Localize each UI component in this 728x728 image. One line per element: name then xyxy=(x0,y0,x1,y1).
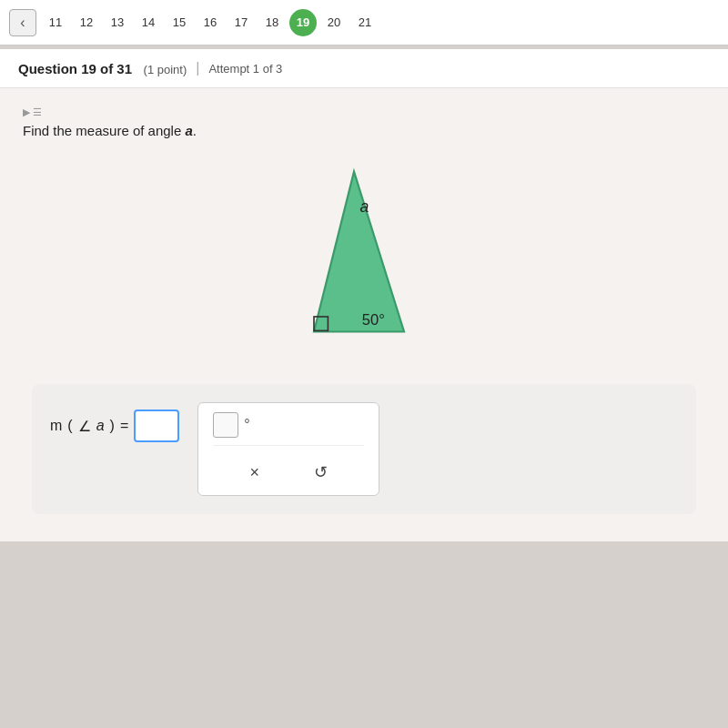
svg-marker-0 xyxy=(314,172,404,332)
back-button[interactable]: ‹ xyxy=(9,9,36,36)
nav-num-12[interactable]: 12 xyxy=(73,9,100,36)
nav-num-13[interactable]: 13 xyxy=(104,9,131,36)
instruction-suffix: . xyxy=(193,123,197,138)
measure-prefix: m xyxy=(50,418,62,434)
question-points-label: (1 point) xyxy=(144,63,187,76)
angle-symbol: ∠ xyxy=(78,418,91,435)
question-instruction: Find the measure of angle a. xyxy=(23,123,705,138)
answer-area: m(∠a) = ° × ↺ xyxy=(32,384,696,514)
degree-symbol: ° xyxy=(244,417,249,433)
question-content: ▶ ☰ Find the measure of angle a. a 50° m… xyxy=(0,88,728,541)
angle-50-label: 50° xyxy=(362,311,385,328)
equals-sign: = xyxy=(120,418,128,434)
question-numbers: 11 12 13 14 15 16 17 18 19 20 21 xyxy=(42,9,379,36)
keypad-container: ° × ↺ xyxy=(197,402,379,496)
nav-num-19[interactable]: 19 xyxy=(289,9,317,36)
measure-equation-label: m(∠a) = xyxy=(50,402,179,442)
paren-open: ( xyxy=(67,418,72,434)
instruction-var: a xyxy=(185,123,192,138)
angle-a-label: a xyxy=(360,197,369,216)
keypad-display-row: ° xyxy=(213,412,364,446)
nav-num-17[interactable]: 17 xyxy=(228,9,255,36)
question-number-label: Question 19 of 31 xyxy=(18,61,132,76)
answer-input[interactable] xyxy=(134,410,179,442)
instruction-prefix: Find the measure of angle xyxy=(23,123,185,138)
flag-icon: ▶ ☰ xyxy=(23,106,705,118)
nav-num-15[interactable]: 15 xyxy=(166,9,193,36)
keypad-undo-button[interactable]: ↺ xyxy=(305,459,337,486)
keypad-actions: × ↺ xyxy=(213,455,364,486)
question-header: Question 19 of 31 (1 point) | Attempt 1 … xyxy=(0,49,728,88)
nav-num-16[interactable]: 16 xyxy=(197,9,224,36)
nav-bar: ‹ 11 12 13 14 15 16 17 18 19 20 21 xyxy=(0,0,728,46)
nav-num-21[interactable]: 21 xyxy=(351,9,379,36)
header-divider: | xyxy=(196,60,199,76)
nav-num-18[interactable]: 18 xyxy=(258,9,286,36)
attempt-label: Attempt 1 of 3 xyxy=(208,62,282,76)
paren-close: ) xyxy=(110,418,115,434)
nav-num-11[interactable]: 11 xyxy=(42,9,69,36)
diagram-container: a 50° xyxy=(23,157,705,357)
angle-variable: a xyxy=(96,418,105,434)
keypad-clear-button[interactable]: × xyxy=(240,459,268,486)
nav-num-20[interactable]: 20 xyxy=(320,9,348,36)
nav-num-14[interactable]: 14 xyxy=(135,9,162,36)
keypad-display-box xyxy=(213,412,238,438)
triangle-diagram: a 50° xyxy=(273,157,455,357)
question-title: Question 19 of 31 (1 point) xyxy=(18,61,187,76)
